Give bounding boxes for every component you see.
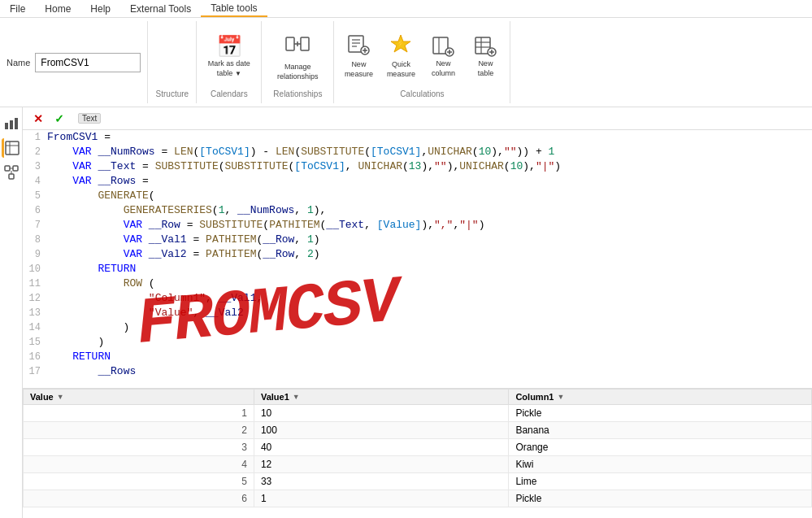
sidebar-table-icon[interactable] [2,138,21,158]
code-line-8: 8 VAR __Val1 = PATHITEM(__Row, 1) [23,233,812,247]
new-table-button[interactable]: Newtable [466,31,505,81]
sidebar-model-icon[interactable] [2,163,21,182]
new-column-icon [432,34,454,59]
svg-rect-31 [5,166,10,171]
calendar-icon: 📅 [216,34,242,59]
column1-filter-icon[interactable]: ▼ [557,393,564,401]
code-editor[interactable]: 1 FromCSV1 = 2 VAR __NumRows = LEN([ToCS… [23,130,812,388]
name-label: Name [7,58,30,67]
svg-rect-27 [15,118,18,129]
code-line-15: 15 ) [23,335,812,350]
svg-rect-25 [5,123,8,129]
menu-file[interactable]: File [0,2,35,16]
svg-rect-28 [6,141,19,155]
quick-measure-label: Quickmeasure [387,60,415,79]
menu-table-tools[interactable]: Table tools [201,1,267,17]
structure-label: Structure [150,88,196,100]
cancel-formula-button[interactable]: ✕ [29,110,47,128]
mark-date-label: Mark as datetable ▼ [208,59,250,78]
confirm-formula-button[interactable]: ✓ [50,110,68,128]
menu-help[interactable]: Help [80,2,120,16]
code-line-5: 5 GENERATE( [23,189,812,203]
ribbon: Name Structure 📅 Mark as datetable ▼ Cal… [0,18,812,107]
sidebar-chart-icon[interactable] [2,114,21,133]
mark-date-table-button[interactable]: 📅 Mark as datetable ▼ [203,31,255,81]
menu-home[interactable]: Home [35,2,80,16]
new-column-label: Newcolumn [432,59,455,78]
code-line-17: 17 __Rows [23,364,812,379]
code-line-9: 9 VAR __Val2 = PATHITEM(__Row, 2) [23,247,812,262]
code-line-12: 12 "Column1", __Val1, [23,291,812,306]
value-filter-icon[interactable]: ▼ [57,393,64,401]
svg-rect-1 [301,37,309,50]
manage-relationships-button[interactable]: Managerelationships [272,29,323,83]
new-measure-button[interactable]: Newmeasure [339,29,378,82]
code-line-2: 2 VAR __NumRows = LEN([ToCSV1]) - LEN(SU… [23,145,812,159]
svg-rect-32 [13,166,18,171]
main-content: ✕ ✓ Text 1 FromCSV1 = 2 VAR __NumRows = … [23,107,812,518]
svg-rect-26 [10,120,13,129]
calendars-label: Calendars [204,88,254,100]
table-row: 533Lime [24,473,812,490]
code-line-6: 6 GENERATESERIES(1, __NumRows, 1), [23,203,812,218]
table-row: 2100Banana [24,422,812,439]
code-line-16: 16 RETURN [23,350,812,364]
code-line-4: 4 VAR __Rows = [23,174,812,189]
table-row: 61Pickle [24,490,812,507]
new-measure-label: Newmeasure [345,60,373,79]
menu-bar: File Home Help External Tools Table tool… [0,0,812,18]
code-line-11: 11 ROW ( [23,276,812,291]
table-header-row: Value ▼ Value1 ▼ Column1 ▼ [24,390,812,405]
formula-actions: ✕ ✓ [29,110,68,128]
new-table-icon [474,34,497,59]
code-line-13: 13 "Value", __Val2 [23,306,812,320]
manage-rel-label: Managerelationships [277,63,319,81]
new-table-label: Newtable [478,59,494,78]
menu-external-tools[interactable]: External Tools [120,2,201,16]
quick-measure-icon: ⚡ [389,33,412,60]
code-line-1: 1 FromCSV1 = [23,130,812,145]
code-line-14: 14 ) [23,320,812,335]
quick-measure-button[interactable]: ⚡ Quickmeasure [381,29,420,82]
name-area: Name [0,21,148,103]
table-row: 340Orange [24,439,812,456]
svg-text:⚡: ⚡ [397,39,405,47]
col-header-column1: Column1 ▼ [509,390,812,405]
data-table: Value ▼ Value1 ▼ Column1 ▼ [23,389,812,507]
name-input[interactable] [35,53,141,72]
svg-rect-0 [286,37,294,50]
svg-rect-33 [9,174,14,179]
code-line-10: 10 RETURN [23,262,812,276]
data-table-area: Value ▼ Value1 ▼ Column1 ▼ [23,388,812,518]
new-column-button[interactable]: Newcolumn [423,31,462,81]
code-line-3: 3 VAR __Text = SUBSTITUTE(SUBSTITUTE([To… [23,159,812,174]
col-header-value: Value ▼ [24,390,254,405]
table-row: 110Pickle [24,405,812,422]
new-measure-icon [347,33,370,60]
relationships-icon [284,31,310,63]
calculations-label: Calculations [393,88,450,100]
table-row: 412Kiwi [24,456,812,473]
text-badge: Text [78,113,101,124]
value1-filter-icon[interactable]: ▼ [293,393,300,401]
formula-bar: ✕ ✓ Text [23,107,812,130]
code-line-7: 7 VAR __Row = SUBSTITUTE(PATHITEM(__Text… [23,218,812,233]
relationships-label: Relationships [267,88,328,100]
left-sidebar [0,107,23,518]
col-header-value1: Value1 ▼ [254,390,509,405]
